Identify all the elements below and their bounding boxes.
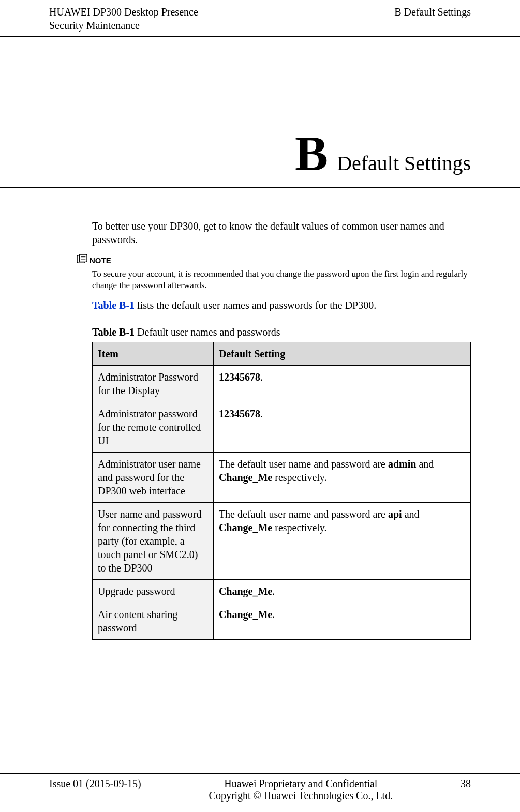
table-cell-item: Administrator user name and password for… — [93, 453, 214, 503]
table-caption-text: Default user names and passwords — [135, 326, 280, 338]
table-row: Air content sharing password Change_Me. — [93, 603, 471, 640]
note-text: To secure your account, it is recommende… — [92, 268, 471, 291]
table-caption: Table B-1 Default user names and passwor… — [92, 325, 471, 339]
table-cell-setting: 12345678. — [213, 402, 470, 453]
footer-page-number: 38 — [460, 778, 471, 790]
defaults-table: Item Default Setting Administrator Passw… — [92, 342, 471, 640]
table-cell-item: Administrator Password for the Display — [93, 366, 214, 402]
chapter-title: Default Settings — [337, 151, 471, 175]
note-header: NOTE — [77, 254, 471, 266]
page-footer: Issue 01 (2015-09-15) Huawei Proprietary… — [0, 773, 520, 802]
footer-copyright: Copyright © Huawei Technologies Co., Ltd… — [141, 790, 460, 802]
table-cell-setting: 12345678. — [213, 366, 470, 402]
note-block: NOTE To secure your account, it is recom… — [92, 254, 471, 291]
table-cell-setting: Change_Me. — [213, 603, 470, 640]
intro-paragraph: To better use your DP300, get to know th… — [92, 219, 471, 246]
table-reference-link[interactable]: Table B-1 — [92, 299, 135, 311]
table-cell-item: Air content sharing password — [93, 603, 214, 640]
table-row: User name and password for connecting th… — [93, 503, 471, 580]
table-reference-text: lists the default user names and passwor… — [135, 299, 376, 311]
table-header-setting: Default Setting — [213, 342, 470, 366]
header-left: HUAWEI DP300 Desktop Presence Security M… — [49, 5, 198, 32]
header-section: B Default Settings — [394, 5, 471, 19]
table-cell-setting: Change_Me. — [213, 580, 470, 603]
table-row: Administrator Password for the Display 1… — [93, 366, 471, 402]
table-row: Administrator password for the remote co… — [93, 402, 471, 453]
footer-proprietary: Huawei Proprietary and Confidential — [141, 778, 460, 790]
content-body: To better use your DP300, get to know th… — [0, 219, 520, 640]
page-header: HUAWEI DP300 Desktop Presence Security M… — [0, 0, 520, 37]
chapter-heading: B Default Settings — [0, 37, 520, 188]
table-row: Administrator user name and password for… — [93, 453, 471, 503]
note-icon — [77, 254, 88, 266]
table-caption-number: Table B-1 — [92, 326, 135, 338]
svg-rect-1 — [80, 254, 87, 262]
table-cell-item: Administrator password for the remote co… — [93, 402, 214, 453]
footer-center: Huawei Proprietary and Confidential Copy… — [141, 778, 460, 802]
table-header-row: Item Default Setting — [93, 342, 471, 366]
table-row: Upgrade password Change_Me. — [93, 580, 471, 603]
chapter-letter: B — [295, 125, 328, 182]
table-reference-paragraph: Table B-1 lists the default user names a… — [92, 298, 471, 312]
product-name-line2: Security Maintenance — [49, 19, 198, 32]
product-name-line1: HUAWEI DP300 Desktop Presence — [49, 5, 198, 19]
table-cell-item: Upgrade password — [93, 580, 214, 603]
header-right: B Default Settings — [394, 5, 471, 19]
table-cell-setting: The default user name and password are a… — [213, 453, 470, 503]
table-header-item: Item — [93, 342, 214, 366]
note-label: NOTE — [90, 256, 111, 265]
table-cell-setting: The default user name and password are a… — [213, 503, 470, 580]
footer-issue: Issue 01 (2015-09-15) — [49, 778, 141, 790]
table-cell-item: User name and password for connecting th… — [93, 503, 214, 580]
